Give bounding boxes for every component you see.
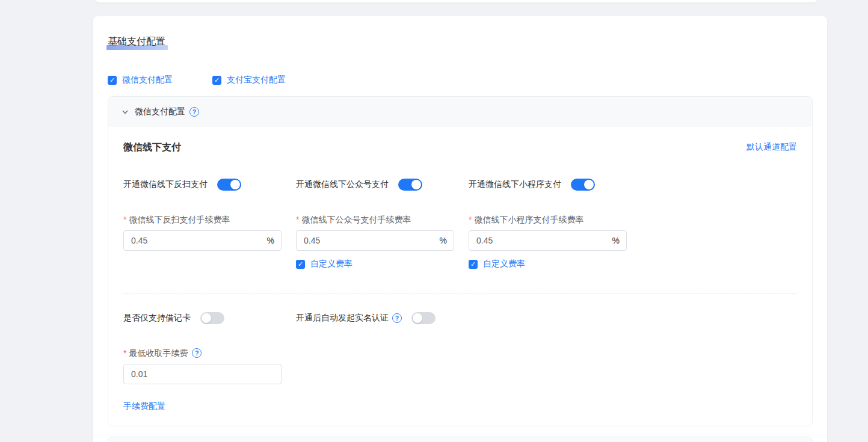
dashed-divider [123, 293, 797, 294]
help-icon[interactable]: ? [392, 313, 402, 323]
required-mark: * [123, 215, 126, 224]
toggle-group-mini-program: 开通微信线下小程序支付 [469, 179, 641, 191]
offline-pay-section-title: 微信线下支付 [123, 140, 181, 155]
field-label: *微信线下反扫支付手续费率 [123, 213, 296, 226]
checkbox-wechat-pay-config[interactable]: ✓ 微信支付配置 [108, 75, 173, 85]
field-label: *最低收取手续费 [123, 347, 188, 359]
rate-field-mini-program: *微信线下小程序支付手续费率 % ✓ 自定义费率 [469, 213, 641, 269]
checkbox-label: 微信支付配置 [122, 75, 173, 85]
checkbox-label: 自定义费率 [310, 259, 352, 269]
rate-field-reverse-scan: *微信线下反扫支付手续费率 % [123, 213, 296, 269]
checkbox-checked-icon[interactable]: ✓ [296, 260, 305, 269]
payment-config-card: 基础支付配置 ✓ 微信支付配置 ✓ 支付宝支付配置 微信支付配置 ? 微信线下支… [93, 16, 827, 442]
fee-config-link[interactable]: 手续费配置 [123, 401, 165, 412]
toggle-debit-card-only[interactable] [200, 312, 224, 324]
checkbox-checked-icon[interactable]: ✓ [108, 76, 117, 85]
toggle-auto-realname-auth[interactable] [411, 312, 436, 324]
top-card-edge [94, 0, 818, 3]
payment-type-checkbox-row: ✓ 微信支付配置 ✓ 支付宝支付配置 [108, 75, 813, 85]
toggle-knob [202, 313, 211, 323]
checkbox-alipay-pay-config[interactable]: ✓ 支付宝支付配置 [212, 75, 286, 85]
checkbox-checked-icon[interactable]: ✓ [212, 76, 221, 85]
rate-field-official-account: *微信线下公众号支付手续费率 % ✓ 自定义费率 [296, 213, 469, 269]
toggle-label: 是否仅支持借记卡 [123, 313, 191, 324]
toggle-label: 开通后自动发起实名认证 [296, 313, 389, 324]
field-label: *微信线下公众号支付手续费率 [296, 213, 469, 226]
toggle-label: 开通微信线下小程序支付 [469, 179, 561, 190]
help-icon[interactable]: ? [189, 107, 199, 117]
default-channel-config-link[interactable]: 默认通道配置 [746, 142, 797, 153]
toggle-mini-program-pay[interactable] [571, 179, 595, 191]
options-toggle-row: 是否仅支持借记卡 开通后自动发起实名认证 ? [123, 312, 797, 324]
alipay-panel-header[interactable]: 支付宝支付配置 [108, 437, 812, 442]
page-title: 基础支付配置 [108, 35, 165, 48]
field-label: *微信线下小程序支付手续费率 [469, 213, 641, 226]
checkbox-checked-icon[interactable]: ✓ [469, 260, 478, 269]
rate-input-wrap: % [296, 230, 454, 251]
toggle-group-debit-only: 是否仅支持借记卡 [123, 312, 296, 324]
toggle-group-reverse-scan: 开通微信线下反扫支付 [123, 179, 296, 191]
alipay-pay-config-panel: 支付宝支付配置 [108, 437, 813, 442]
mini-program-rate-input[interactable] [469, 230, 627, 251]
toggle-group-realname-auth: 开通后自动发起实名认证 ? [296, 312, 436, 324]
toggle-knob [230, 180, 240, 189]
min-fee-label-row: *最低收取手续费 ? [123, 347, 797, 359]
checkbox-label: 自定义费率 [483, 259, 525, 269]
toggle-label: 开通微信线下公众号支付 [296, 179, 389, 190]
toggle-reverse-scan-pay[interactable] [217, 179, 241, 191]
wechat-panel-header[interactable]: 微信支付配置 ? [108, 97, 812, 127]
reverse-scan-rate-input[interactable] [123, 230, 282, 251]
min-fee-input[interactable] [123, 364, 282, 384]
checkbox-label: 支付宝支付配置 [227, 75, 286, 85]
enable-toggles-row: 开通微信线下反扫支付 开通微信线下公众号支付 开通微信线下小程序支付 [123, 179, 797, 191]
page-title-wrap: 基础支付配置 [108, 35, 165, 48]
min-fee-input-wrap [123, 364, 282, 384]
toggle-group-official-account: 开通微信线下公众号支付 [296, 179, 469, 191]
panel-header-label: 微信支付配置 [135, 106, 185, 117]
toggle-knob [413, 313, 422, 323]
custom-rate-checkbox-official[interactable]: ✓ 自定义费率 [296, 259, 469, 269]
official-account-rate-input[interactable] [296, 230, 454, 251]
toggle-knob [411, 180, 421, 189]
rate-input-wrap: % [469, 230, 627, 251]
required-mark: * [123, 348, 126, 358]
offline-pay-section-row: 微信线下支付 默认通道配置 [123, 140, 797, 155]
required-mark: * [296, 215, 299, 224]
help-icon[interactable]: ? [192, 348, 202, 358]
wechat-pay-config-panel: 微信支付配置 ? 微信线下支付 默认通道配置 开通微信线下反扫支付 开通微信线下… [108, 96, 813, 426]
toggle-label: 开通微信线下反扫支付 [123, 179, 208, 190]
required-mark: * [469, 215, 472, 224]
rate-input-wrap: % [123, 230, 282, 251]
toggle-knob [584, 180, 594, 189]
wechat-panel-body: 微信线下支付 默认通道配置 开通微信线下反扫支付 开通微信线下公众号支付 [108, 127, 812, 426]
chevron-down-icon [122, 108, 129, 115]
rate-fields-row: *微信线下反扫支付手续费率 % *微信线下公众号支付手续费率 % ✓ 自定义费率 [123, 213, 797, 269]
toggle-official-account-pay[interactable] [398, 179, 422, 191]
custom-rate-checkbox-mini-program[interactable]: ✓ 自定义费率 [469, 259, 641, 269]
